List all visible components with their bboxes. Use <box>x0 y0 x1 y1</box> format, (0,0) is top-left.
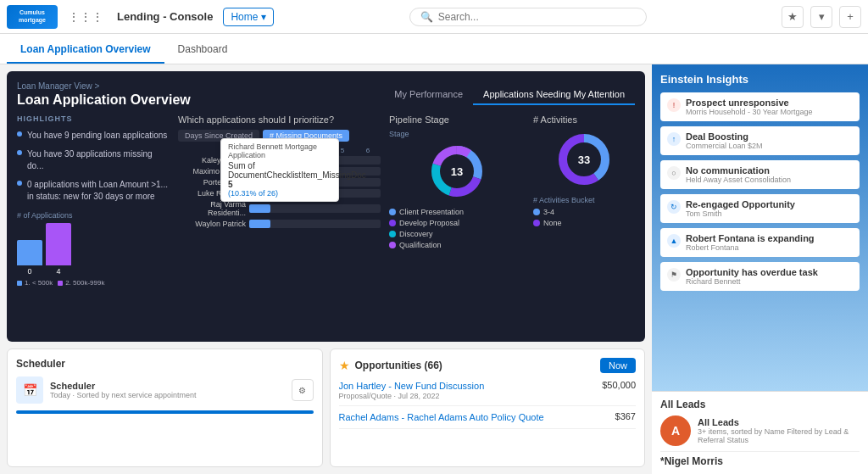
activities-legend: # Activities Bucket 3-4 None <box>533 196 635 227</box>
info-icon-6: ⚑ <box>667 268 681 282</box>
act-item-2: None <box>533 219 635 227</box>
bar-legend: 1. < 500k 2. 500k-999k <box>17 279 170 287</box>
dashboard-card: Loan Manager View > Loan Application Ove… <box>7 71 645 342</box>
opp-item-1: Jon Hartley - New Fund Discussion $50,00… <box>339 380 637 406</box>
ei-title-6: Opportunity has overdue task <box>686 267 818 277</box>
main-layout: Loan Manager View > Loan Application Ove… <box>0 64 868 474</box>
bar-h-fill-6 <box>249 220 270 228</box>
bar-row-label-6: Waylon Patrick <box>178 220 246 228</box>
bucket-label: # Activities Bucket <box>533 196 635 204</box>
bar-h-wrap-6 <box>249 220 381 228</box>
star-button[interactable]: ★ <box>782 6 804 28</box>
opp-sub-1: Proposal/Quote · Jul 28, 2022 <box>339 392 637 400</box>
bottom-row: Scheduler 📅 Scheduler Today · Sorted by … <box>7 349 645 467</box>
leads-all-item[interactable]: A All Leads 3+ items, sorted by Name Fil… <box>660 415 860 446</box>
star-icon: ★ <box>339 359 350 372</box>
tab-applications-needing[interactable]: Applications Needing My Attention <box>473 85 635 105</box>
home-label: Home <box>231 11 258 23</box>
ei-title-5: Robert Fontana is expanding <box>686 233 815 243</box>
priority-chart: Which applications should I prioritize? … <box>178 114 381 318</box>
einstein-item-6[interactable]: ⚑ Opportunity has overdue task Richard B… <box>660 262 860 291</box>
act-label-2: None <box>543 219 562 227</box>
leads-person[interactable]: *Nigel Morris <box>660 455 860 467</box>
opp-link-2[interactable]: Rachel Adams - Rachel Adams Auto Policy … <box>339 412 544 422</box>
search-input[interactable] <box>438 11 625 23</box>
search-wrap: 🔍 <box>409 8 647 26</box>
bar-row-6: Waylon Patrick <box>178 220 381 228</box>
dash-tabs: My Performance Applications Needing My A… <box>384 85 635 105</box>
tab-my-performance[interactable]: My Performance <box>384 85 473 105</box>
pipeline-donut: 13 <box>427 142 487 201</box>
info-icon-4: ↻ <box>667 200 681 214</box>
pipeline-area: Pipeline Stage Stage 13 <box>389 114 525 318</box>
search-bar: 🔍 <box>284 8 771 26</box>
opportunities-card: ★ Opportunities (66) Now Jon Hartley - N… <box>330 349 646 467</box>
einstein-item-2[interactable]: ↑ Deal Boosting Commercial Loan $2M <box>660 126 860 155</box>
pipeline-legend: Client Presentation Develop Proposal Dis… <box>389 208 525 249</box>
scheduler-item: 📅 Scheduler Today · Sorted by next servi… <box>16 376 314 404</box>
plus-button[interactable]: + <box>839 6 861 28</box>
ei-sub-5: Robert Fontana <box>686 243 815 252</box>
info-icon-3: ○ <box>667 166 681 180</box>
tab-dashboard[interactable]: Dashboard <box>164 36 242 64</box>
ei-content-5: Robert Fontana is expanding Robert Fonta… <box>686 233 815 252</box>
breadcrumb: Loan Manager View > <box>17 81 191 91</box>
legend-dot-2 <box>58 281 63 286</box>
dashboard-title: Loan Application Overview <box>17 92 191 108</box>
einstein-item-3[interactable]: ○ No communication Held Away Asset Conso… <box>660 160 860 189</box>
highlights-title: HIGHLIGHTS <box>17 114 170 123</box>
highlight-item-1: You have 9 pending loan applications <box>17 130 170 142</box>
bar-val-2: 4 <box>46 267 71 276</box>
opp-link-1[interactable]: Jon Hartley - New Fund Discussion <box>339 381 485 391</box>
ei-content-3: No communication Held Away Asset Consoli… <box>686 165 791 184</box>
grid-icon[interactable]: ⋮⋮⋮ <box>68 10 103 24</box>
top-nav: Cumulus mortgage ⋮⋮⋮ Lending - Console H… <box>0 0 868 34</box>
legend-text-2: 2. 500k-999k <box>65 279 104 287</box>
highlight-dot-3 <box>17 181 22 186</box>
tooltip-pct: (10.31% of 26) <box>228 189 331 198</box>
opp-item-2: Rachel Adams - Rachel Adams Auto Policy … <box>339 411 637 429</box>
legend-item-2: 2. 500k-999k <box>58 279 104 287</box>
pl-item-2: Develop Proposal <box>389 219 525 227</box>
bar-row-label-5: Raj Varma Residenti... <box>178 200 246 217</box>
bar-item-1: 0 <box>17 240 42 276</box>
einstein-title: Einstein Insights <box>660 73 860 86</box>
activities-area: # Activities 33 # Activities Bucket <box>533 114 635 318</box>
home-button[interactable]: Home ▾ <box>223 8 274 26</box>
now-button[interactable]: Now <box>600 358 636 373</box>
einstein-item-4[interactable]: ↻ Re-engaged Opportunity Tom Smith <box>660 194 860 223</box>
leads-title: All Leads <box>660 399 860 410</box>
chevron-button[interactable]: ▾ <box>810 6 832 28</box>
pl-label-4: Qualification <box>399 241 442 249</box>
einstein-card: Einstein Insights ! Prospect unresponsiv… <box>652 64 868 391</box>
chart-title: Which applications should I prioritize? <box>178 114 381 125</box>
left-panel: Loan Manager View > Loan Application Ove… <box>0 64 652 474</box>
ei-sub-1: Morris Household - 30 Year Mortgage <box>686 108 813 116</box>
highlight-dot-2 <box>17 150 22 155</box>
scheduler-settings-button[interactable]: ⚙ <box>292 379 314 401</box>
pl-item-3: Discovery <box>389 230 525 238</box>
axis-6: 6 <box>355 147 381 154</box>
opportunities-title: Opportunities (66) <box>355 360 442 371</box>
search-icon: 🔍 <box>420 11 433 23</box>
pipeline-donut-label: 13 <box>451 165 463 178</box>
ei-title-3: No communication <box>686 165 791 176</box>
scheduler-card: Scheduler 📅 Scheduler Today · Sorted by … <box>7 349 323 467</box>
pl-dot-1 <box>389 209 396 215</box>
bars: 0 4 <box>17 223 170 276</box>
einstein-item-5[interactable]: ▲ Robert Fontana is expanding Robert Fon… <box>660 228 860 257</box>
right-panel: Einstein Insights ! Prospect unresponsiv… <box>652 64 868 474</box>
ei-sub-2: Commercial Loan $2M <box>686 142 763 150</box>
pl-item-1: Client Presentation <box>389 208 525 216</box>
pl-dot-4 <box>389 242 396 248</box>
pl-label-2: Develop Proposal <box>399 219 459 227</box>
opportunities-header: ★ Opportunities (66) Now <box>339 358 637 373</box>
highlight-text-2: You have 30 applications missing do... <box>27 148 170 172</box>
legend-item-1: 1. < 500k <box>17 279 53 287</box>
leads-item-title: All Leads <box>698 417 860 427</box>
tooltip-value: 5 <box>228 180 233 189</box>
einstein-item-1[interactable]: ! Prospect unresponsive Morris Household… <box>660 92 860 121</box>
tab-loan-application[interactable]: Loan Application Overview <box>7 36 164 64</box>
leads-item-sub: 3+ items, sorted by Name Filtered by Lea… <box>698 427 860 444</box>
scheduler-icon: 📅 <box>16 376 43 404</box>
